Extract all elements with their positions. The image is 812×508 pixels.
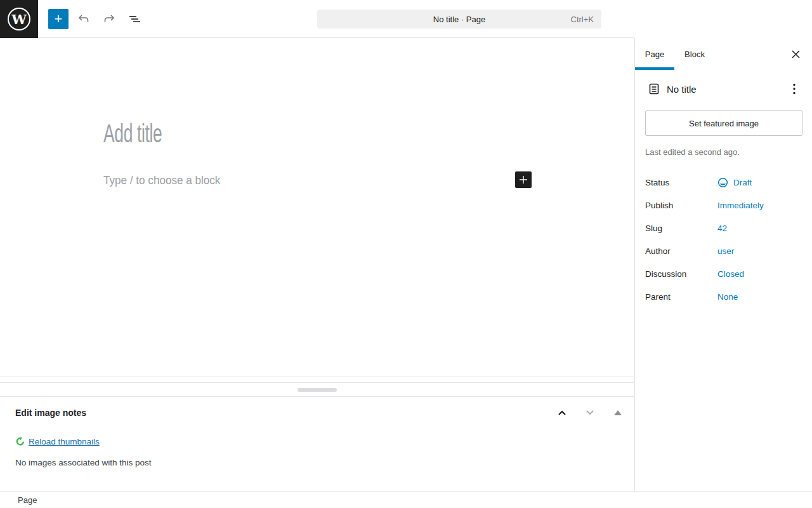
document-icon <box>646 81 662 97</box>
post-title-input[interactable]: Add title <box>103 119 162 148</box>
author-label: Author <box>645 246 717 256</box>
document-overview-button[interactable] <box>127 11 142 27</box>
wordpress-logo-button[interactable]: W <box>0 0 38 38</box>
discussion-label: Discussion <box>645 269 717 279</box>
chevron-down-icon <box>585 408 595 417</box>
meta-box-title: Edit image notes <box>15 408 86 418</box>
slug-value-button[interactable]: 42 <box>717 224 727 233</box>
reload-icon <box>15 436 25 446</box>
breadcrumb[interactable]: Page <box>18 495 37 505</box>
settings-sidebar: Page Block No title Set feature <box>634 38 812 491</box>
plus-icon <box>518 175 528 185</box>
metabox-pane-top-border <box>0 382 634 383</box>
editor-canvas: Add title Type / to choose a block <box>0 38 634 377</box>
tab-page[interactable]: Page <box>635 38 674 70</box>
undo-button[interactable] <box>76 11 91 27</box>
undo-icon <box>76 11 91 27</box>
no-images-message: No images associated with this post <box>15 458 152 467</box>
parent-value-button[interactable]: None <box>717 292 738 302</box>
author-value-button[interactable]: user <box>717 246 734 256</box>
status-value: Draft <box>733 178 752 187</box>
command-palette-title: No title · Page <box>433 15 485 24</box>
empty-block-input[interactable]: Type / to choose a block <box>103 173 220 187</box>
canvas-bottom-border <box>0 377 634 377</box>
wordpress-logo-icon: W <box>8 8 30 30</box>
slug-row: Slug 42 <box>635 217 812 239</box>
move-down-button[interactable] <box>580 403 599 422</box>
publish-label: Publish <box>645 201 717 210</box>
status-label: Status <box>645 178 717 187</box>
list-view-icon <box>127 11 142 27</box>
move-up-button[interactable] <box>553 403 572 422</box>
discussion-value-button[interactable]: Closed <box>717 269 744 279</box>
publish-value-button[interactable]: Immediately <box>717 201 764 210</box>
close-icon <box>790 49 801 60</box>
publish-row: Publish Immediately <box>635 194 812 217</box>
set-featured-image-button[interactable]: Set featured image <box>645 110 802 136</box>
chevron-up-icon <box>557 408 567 417</box>
editor-footer: Page <box>0 491 812 508</box>
meta-box-header[interactable]: Edit image notes <box>0 397 634 429</box>
add-block-button[interactable] <box>515 171 532 188</box>
discussion-row: Discussion Closed <box>635 262 812 285</box>
status-value-button[interactable]: Draft <box>717 177 752 188</box>
meta-box-panel: Edit image notes <box>0 397 634 491</box>
document-title: No title <box>667 84 697 95</box>
reload-thumbnails-link[interactable]: Reload thumbnails <box>29 437 100 446</box>
kebab-icon <box>787 81 802 97</box>
triangle-up-icon <box>614 410 622 415</box>
draft-status-icon <box>717 177 728 188</box>
sidebar-tabs: Page Block <box>635 38 812 70</box>
slug-label: Slug <box>645 224 717 233</box>
document-summary-row: No title <box>635 75 812 103</box>
page-options-button[interactable] <box>787 81 802 97</box>
page-summary-rows: Status Draft Publish Immediately Slug 42… <box>635 171 812 308</box>
block-inserter-toggle-button[interactable]: + <box>48 9 69 29</box>
close-sidebar-button[interactable] <box>788 46 803 62</box>
redo-icon <box>102 11 117 27</box>
command-palette-bar[interactable]: No title · Page Ctrl+K <box>317 10 601 29</box>
tab-block[interactable]: Block <box>674 38 715 70</box>
parent-label: Parent <box>645 292 717 302</box>
author-row: Author user <box>635 239 812 262</box>
redo-button[interactable] <box>102 11 117 27</box>
metabox-resize-handle[interactable] <box>298 388 337 392</box>
last-edited-text: Last edited a second ago. <box>645 147 802 157</box>
editor-header: W + No title · Page Ctrl+K <box>0 0 812 38</box>
panel-toggle-button[interactable] <box>608 403 627 422</box>
status-row: Status Draft <box>635 171 812 194</box>
command-palette-shortcut: Ctrl+K <box>571 10 594 29</box>
parent-row: Parent None <box>635 285 812 308</box>
